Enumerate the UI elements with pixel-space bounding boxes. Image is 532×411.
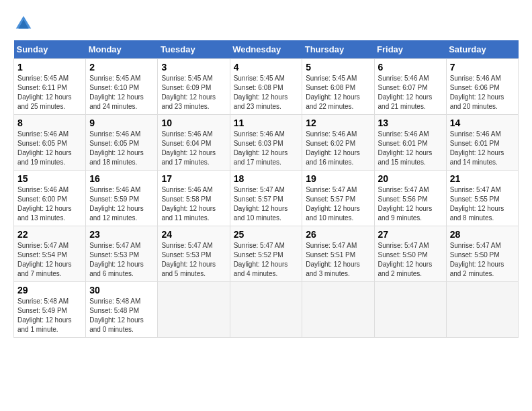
day-number: 28 (450, 229, 515, 240)
header (13, 13, 519, 34)
col-header-tuesday: Tuesday (158, 40, 230, 59)
empty-cell (230, 282, 302, 338)
col-header-wednesday: Wednesday (230, 40, 302, 59)
day-cell-11: 11Sunrise: 5:46 AM Sunset: 6:03 PM Dayli… (230, 115, 302, 171)
day-number: 24 (161, 229, 226, 240)
day-number: 1 (17, 62, 82, 73)
day-cell-7: 7Sunrise: 5:46 AM Sunset: 6:06 PM Daylig… (446, 59, 518, 115)
day-info: Sunrise: 5:47 AM Sunset: 5:53 PM Dayligh… (89, 241, 154, 279)
calendar-table: SundayMondayTuesdayWednesdayThursdayFrid… (13, 40, 519, 338)
day-info: Sunrise: 5:46 AM Sunset: 6:07 PM Dayligh… (378, 74, 443, 111)
empty-cell (374, 282, 446, 338)
week-row-0: 1Sunrise: 5:45 AM Sunset: 6:11 PM Daylig… (14, 59, 519, 115)
empty-cell (158, 282, 230, 338)
day-number: 21 (450, 173, 515, 184)
day-cell-26: 26Sunrise: 5:47 AM Sunset: 5:51 PM Dayli… (302, 226, 374, 282)
day-number: 16 (89, 173, 154, 184)
day-number: 26 (306, 229, 370, 240)
day-info: Sunrise: 5:48 AM Sunset: 5:49 PM Dayligh… (17, 297, 82, 334)
day-cell-18: 18Sunrise: 5:47 AM Sunset: 5:57 PM Dayli… (230, 171, 302, 226)
day-number: 23 (89, 229, 154, 240)
day-number: 7 (450, 62, 515, 73)
day-cell-6: 6Sunrise: 5:46 AM Sunset: 6:07 PM Daylig… (374, 59, 446, 115)
day-info: Sunrise: 5:46 AM Sunset: 5:59 PM Dayligh… (89, 185, 154, 223)
day-info: Sunrise: 5:45 AM Sunset: 6:09 PM Dayligh… (161, 74, 226, 111)
day-number: 10 (161, 118, 226, 128)
day-number: 3 (161, 62, 226, 73)
day-cell-14: 14Sunrise: 5:46 AM Sunset: 6:01 PM Dayli… (446, 115, 518, 171)
day-cell-30: 30Sunrise: 5:48 AM Sunset: 5:48 PM Dayli… (86, 282, 158, 338)
day-cell-5: 5Sunrise: 5:45 AM Sunset: 6:08 PM Daylig… (302, 59, 374, 115)
day-info: Sunrise: 5:47 AM Sunset: 5:50 PM Dayligh… (378, 241, 443, 279)
day-number: 12 (306, 118, 370, 128)
day-cell-17: 17Sunrise: 5:46 AM Sunset: 5:58 PM Dayli… (158, 171, 230, 226)
day-cell-15: 15Sunrise: 5:46 AM Sunset: 6:00 PM Dayli… (14, 171, 86, 226)
day-info: Sunrise: 5:45 AM Sunset: 6:08 PM Dayligh… (306, 74, 370, 111)
day-cell-25: 25Sunrise: 5:47 AM Sunset: 5:52 PM Dayli… (230, 226, 302, 282)
day-info: Sunrise: 5:47 AM Sunset: 5:54 PM Dayligh… (17, 241, 82, 279)
day-number: 6 (378, 62, 443, 73)
day-number: 20 (378, 173, 443, 184)
col-header-sunday: Sunday (14, 40, 86, 59)
day-number: 15 (17, 173, 82, 184)
col-header-saturday: Saturday (446, 40, 518, 59)
day-cell-21: 21Sunrise: 5:47 AM Sunset: 5:55 PM Dayli… (446, 171, 518, 226)
day-info: Sunrise: 5:46 AM Sunset: 6:05 PM Dayligh… (89, 130, 154, 167)
week-row-2: 15Sunrise: 5:46 AM Sunset: 6:00 PM Dayli… (14, 171, 519, 226)
day-number: 18 (234, 173, 299, 184)
day-number: 25 (234, 229, 299, 240)
day-cell-16: 16Sunrise: 5:46 AM Sunset: 5:59 PM Dayli… (86, 171, 158, 226)
day-cell-23: 23Sunrise: 5:47 AM Sunset: 5:53 PM Dayli… (86, 226, 158, 282)
day-cell-10: 10Sunrise: 5:46 AM Sunset: 6:04 PM Dayli… (158, 115, 230, 171)
day-cell-20: 20Sunrise: 5:47 AM Sunset: 5:56 PM Dayli… (374, 171, 446, 226)
day-cell-3: 3Sunrise: 5:45 AM Sunset: 6:09 PM Daylig… (158, 59, 230, 115)
day-info: Sunrise: 5:47 AM Sunset: 5:53 PM Dayligh… (161, 241, 226, 279)
day-cell-9: 9Sunrise: 5:46 AM Sunset: 6:05 PM Daylig… (86, 115, 158, 171)
day-number: 13 (378, 118, 443, 128)
empty-cell (302, 282, 374, 338)
day-number: 8 (17, 118, 82, 128)
day-number: 9 (89, 118, 154, 128)
day-number: 5 (306, 62, 370, 73)
day-info: Sunrise: 5:46 AM Sunset: 6:03 PM Dayligh… (234, 130, 299, 167)
logo (13, 13, 36, 34)
day-info: Sunrise: 5:46 AM Sunset: 6:01 PM Dayligh… (450, 130, 515, 167)
header-row: SundayMondayTuesdayWednesdayThursdayFrid… (14, 40, 519, 59)
day-number: 14 (450, 118, 515, 128)
day-info: Sunrise: 5:48 AM Sunset: 5:48 PM Dayligh… (89, 297, 154, 334)
day-cell-28: 28Sunrise: 5:47 AM Sunset: 5:50 PM Dayli… (446, 226, 518, 282)
day-info: Sunrise: 5:45 AM Sunset: 6:08 PM Dayligh… (234, 74, 299, 111)
day-info: Sunrise: 5:47 AM Sunset: 5:56 PM Dayligh… (378, 185, 443, 223)
day-info: Sunrise: 5:46 AM Sunset: 5:58 PM Dayligh… (161, 185, 226, 223)
day-info: Sunrise: 5:47 AM Sunset: 5:55 PM Dayligh… (450, 185, 515, 223)
day-number: 22 (17, 229, 82, 240)
logo-icon (13, 13, 34, 34)
day-cell-27: 27Sunrise: 5:47 AM Sunset: 5:50 PM Dayli… (374, 226, 446, 282)
day-number: 19 (306, 173, 370, 184)
day-number: 2 (89, 62, 154, 73)
day-number: 27 (378, 229, 443, 240)
day-info: Sunrise: 5:46 AM Sunset: 6:04 PM Dayligh… (161, 130, 226, 167)
day-info: Sunrise: 5:45 AM Sunset: 6:11 PM Dayligh… (17, 74, 82, 111)
empty-cell (446, 282, 518, 338)
day-number: 30 (89, 285, 154, 295)
day-cell-12: 12Sunrise: 5:46 AM Sunset: 6:02 PM Dayli… (302, 115, 374, 171)
day-cell-4: 4Sunrise: 5:45 AM Sunset: 6:08 PM Daylig… (230, 59, 302, 115)
day-info: Sunrise: 5:47 AM Sunset: 5:52 PM Dayligh… (234, 241, 299, 279)
week-row-4: 29Sunrise: 5:48 AM Sunset: 5:49 PM Dayli… (14, 282, 519, 338)
day-cell-13: 13Sunrise: 5:46 AM Sunset: 6:01 PM Dayli… (374, 115, 446, 171)
col-header-thursday: Thursday (302, 40, 374, 59)
week-row-3: 22Sunrise: 5:47 AM Sunset: 5:54 PM Dayli… (14, 226, 519, 282)
day-cell-29: 29Sunrise: 5:48 AM Sunset: 5:49 PM Dayli… (14, 282, 86, 338)
day-info: Sunrise: 5:46 AM Sunset: 6:01 PM Dayligh… (378, 130, 443, 167)
day-cell-19: 19Sunrise: 5:47 AM Sunset: 5:57 PM Dayli… (302, 171, 374, 226)
day-info: Sunrise: 5:46 AM Sunset: 6:06 PM Dayligh… (450, 74, 515, 111)
week-row-1: 8Sunrise: 5:46 AM Sunset: 6:05 PM Daylig… (14, 115, 519, 171)
day-number: 4 (234, 62, 299, 73)
col-header-friday: Friday (374, 40, 446, 59)
day-number: 11 (234, 118, 299, 128)
day-info: Sunrise: 5:46 AM Sunset: 6:02 PM Dayligh… (306, 130, 370, 167)
day-info: Sunrise: 5:47 AM Sunset: 5:50 PM Dayligh… (450, 241, 515, 279)
day-info: Sunrise: 5:47 AM Sunset: 5:57 PM Dayligh… (306, 185, 370, 223)
day-cell-1: 1Sunrise: 5:45 AM Sunset: 6:11 PM Daylig… (14, 59, 86, 115)
